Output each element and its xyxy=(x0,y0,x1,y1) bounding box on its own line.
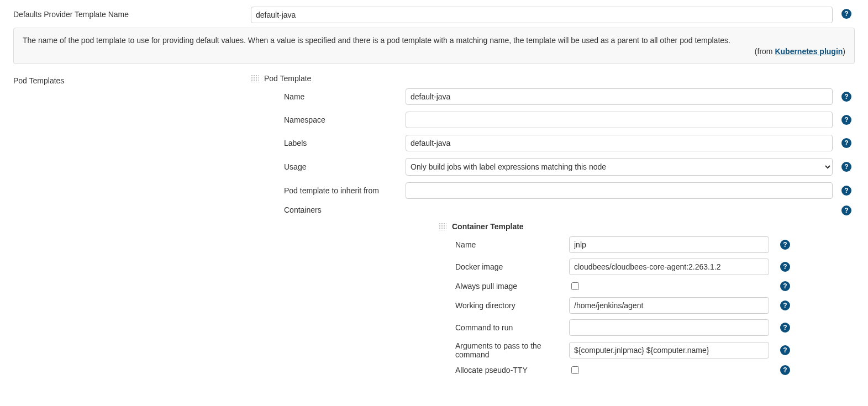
ct-name-label: Name xyxy=(439,240,569,249)
drag-handle-icon[interactable] xyxy=(251,75,259,82)
pod-namespace-input[interactable] xyxy=(406,112,833,128)
container-template-header: Container Template xyxy=(452,222,524,231)
help-text: The name of the pod template to use for … xyxy=(23,36,845,45)
pod-template-header: Pod Template xyxy=(264,74,311,83)
help-icon[interactable]: ? xyxy=(841,92,851,102)
help-icon[interactable]: ? xyxy=(841,9,851,19)
help-icon[interactable]: ? xyxy=(780,300,790,310)
ct-workdir-label: Working directory xyxy=(439,301,569,310)
pod-name-label: Name xyxy=(251,92,406,101)
pod-labels-input[interactable] xyxy=(406,135,833,151)
help-icon[interactable]: ? xyxy=(780,365,790,375)
defaults-provider-input[interactable] xyxy=(251,7,833,23)
ct-alwayspull-checkbox[interactable] xyxy=(571,282,579,290)
ct-tty-checkbox[interactable] xyxy=(571,366,579,374)
help-icon[interactable]: ? xyxy=(841,138,851,148)
ct-args-label: Arguments to pass to the command xyxy=(439,341,569,359)
help-description-box: The name of the pod template to use for … xyxy=(13,28,855,64)
pod-labels-label: Labels xyxy=(251,139,406,147)
help-icon[interactable]: ? xyxy=(780,345,790,355)
ct-docker-input[interactable] xyxy=(569,259,769,275)
pod-namespace-label: Namespace xyxy=(251,115,406,124)
ct-name-input[interactable] xyxy=(569,236,769,253)
help-icon[interactable]: ? xyxy=(841,115,851,125)
pod-inherit-input[interactable] xyxy=(406,182,833,199)
pod-name-input[interactable] xyxy=(406,88,833,105)
pod-containers-label: Containers xyxy=(251,205,406,214)
help-icon[interactable]: ? xyxy=(841,186,851,196)
defaults-provider-label: Defaults Provider Template Name xyxy=(13,7,251,19)
ct-command-input[interactable] xyxy=(569,319,769,336)
pod-usage-select[interactable]: Only build jobs with label expressions m… xyxy=(406,158,833,176)
ct-workdir-input[interactable] xyxy=(569,297,769,314)
help-from: (from Kubernetes plugin) xyxy=(23,47,845,56)
ct-alwayspull-label: Always pull image xyxy=(439,282,569,291)
ct-command-label: Command to run xyxy=(439,323,569,332)
ct-tty-label: Allocate pseudo-TTY xyxy=(439,366,569,375)
pod-templates-label: Pod Templates xyxy=(13,76,64,85)
help-icon[interactable]: ? xyxy=(841,162,851,172)
pod-usage-label: Usage xyxy=(251,162,406,171)
ct-docker-label: Docker image xyxy=(439,262,569,271)
help-icon[interactable]: ? xyxy=(780,262,790,272)
help-from-prefix: (from xyxy=(755,47,775,56)
help-icon[interactable]: ? xyxy=(780,323,790,333)
drag-handle-icon[interactable] xyxy=(439,223,446,230)
help-icon[interactable]: ? xyxy=(780,240,790,250)
help-icon[interactable]: ? xyxy=(780,281,790,291)
help-icon[interactable]: ? xyxy=(841,205,851,215)
pod-inherit-label: Pod template to inherit from xyxy=(251,186,406,195)
kubernetes-plugin-link[interactable]: Kubernetes plugin xyxy=(775,47,843,56)
ct-args-input[interactable] xyxy=(569,342,769,358)
help-from-suffix: ) xyxy=(843,47,845,56)
